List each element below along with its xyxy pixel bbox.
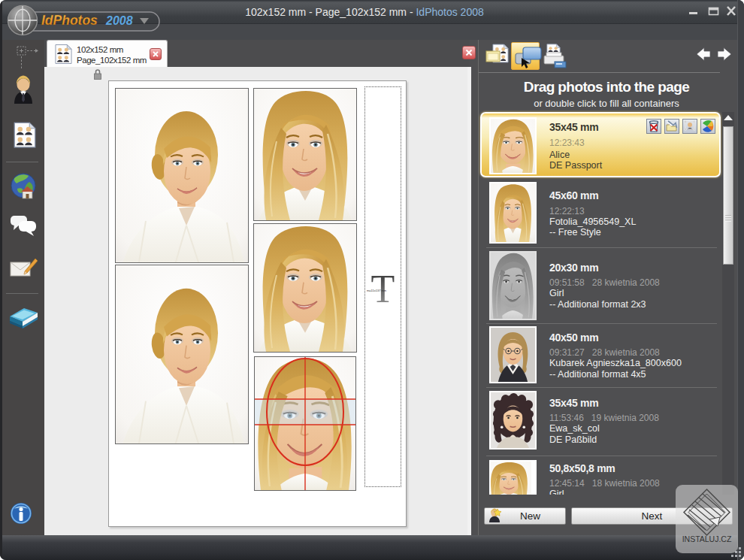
svg-text:2008: 2008 <box>105 14 133 27</box>
svg-text:IdPhotos: IdPhotos <box>41 13 98 28</box>
